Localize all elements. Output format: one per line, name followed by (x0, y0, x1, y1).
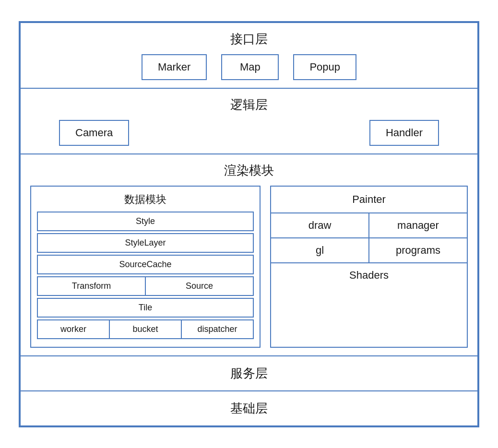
worker-bucket-dispatcher-row: worker bucket dispatcher (37, 319, 254, 339)
logic-layer: 逻辑层 Camera Handler (20, 89, 478, 154)
gl-cell: gl (271, 238, 369, 262)
map-box: Map (221, 54, 279, 80)
service-layer-title: 服务层 (230, 366, 268, 380)
painter-top: Painter (271, 187, 467, 213)
gl-programs-row: gl programs (271, 238, 467, 263)
draw-cell: draw (271, 213, 369, 237)
programs-cell: programs (369, 238, 467, 262)
camera-box: Camera (59, 120, 129, 146)
base-layer-title: 基础层 (230, 401, 268, 415)
painter-module: Painter draw manager gl programs Shaders (270, 186, 468, 348)
data-module-title: 数据模块 (37, 192, 254, 207)
handler-box: Handler (369, 120, 439, 146)
logic-layer-title: 逻辑层 (230, 96, 268, 113)
base-layer: 基础层 (20, 391, 478, 426)
stylelayer-row: StyleLayer (37, 233, 254, 253)
interface-layer: 接口层 Marker Map Popup (20, 22, 478, 89)
transform-source-row: Transform Source (37, 276, 254, 296)
popup-box: Popup (293, 54, 356, 80)
draw-manager-row: draw manager (271, 213, 467, 238)
data-module: 数据模块 Style StyleLayer SourceCache Transf… (30, 186, 261, 348)
worker-cell: worker (37, 319, 110, 339)
render-layer-title: 渲染模块 (30, 162, 468, 179)
marker-box: Marker (142, 54, 207, 80)
dispatcher-cell: dispatcher (182, 319, 254, 339)
source-cell: Source (146, 276, 254, 296)
logic-layer-items: Camera Handler (30, 120, 468, 146)
shaders-row: Shaders (271, 263, 467, 287)
sourcecache-row: SourceCache (37, 255, 254, 274)
architecture-diagram: 接口层 Marker Map Popup 逻辑层 Camera Handler … (19, 21, 479, 427)
transform-cell: Transform (37, 276, 146, 296)
style-row: Style (37, 212, 254, 231)
service-layer: 服务层 (20, 356, 478, 391)
interface-layer-title: 接口层 (230, 31, 268, 47)
manager-cell: manager (369, 213, 467, 237)
shaders-cell: Shaders (271, 263, 467, 287)
bucket-cell: bucket (110, 319, 182, 339)
interface-layer-items: Marker Map Popup (30, 54, 468, 80)
tile-row: Tile (37, 298, 254, 318)
render-inner: 数据模块 Style StyleLayer SourceCache Transf… (30, 186, 468, 348)
render-layer: 渲染模块 数据模块 Style StyleLayer SourceCache T… (20, 154, 478, 356)
